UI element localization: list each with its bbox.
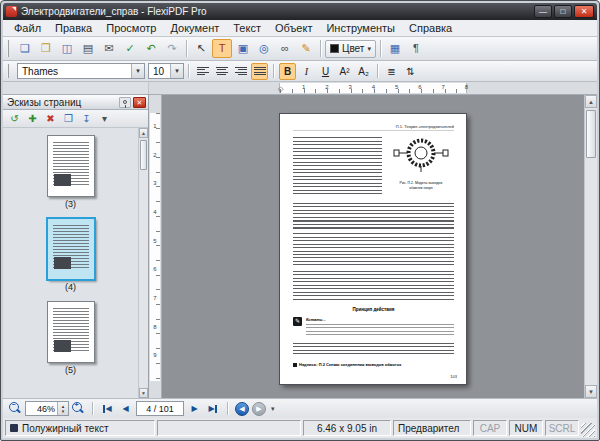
delete-page-button[interactable]: ✖	[42, 111, 59, 127]
new-document-button[interactable]: ❏	[15, 39, 35, 58]
thumbnail-image[interactable]	[47, 301, 95, 363]
scroll-down-button[interactable]: ▼	[139, 388, 148, 398]
menu-item[interactable]: Объект	[268, 21, 319, 35]
horizontal-ruler[interactable]: ◇ 12345678	[149, 82, 597, 94]
undo-button[interactable]: ↶	[141, 39, 161, 58]
vertical-ruler[interactable]: 123456789	[149, 95, 162, 398]
auto-hide-pin-button[interactable]	[119, 97, 131, 108]
minimize-button[interactable]: —	[534, 5, 552, 18]
close-button[interactable]: ✕	[574, 5, 594, 18]
scroll-up-button[interactable]: ▲	[585, 95, 597, 108]
history-forward-button[interactable]: ▶	[252, 402, 266, 416]
thumbnails-panel-header[interactable]: Эскизы страниц ✕	[3, 95, 148, 110]
scroll-down-button[interactable]: ▼	[585, 385, 597, 398]
horizontal-ruler-band[interactable]: ◇ 12345678	[279, 83, 467, 93]
first-page-button[interactable]: ◀	[100, 401, 115, 416]
zoom-level-select[interactable]: 46% ▴ ▾	[25, 401, 69, 416]
email-button[interactable]: ✉	[99, 39, 119, 58]
line-spacing-button[interactable]: ≣	[383, 63, 400, 80]
chevron-down-icon[interactable]: ▾	[170, 64, 183, 78]
menu-item[interactable]: Инструменты	[319, 21, 402, 35]
history-back-button[interactable]: ◀	[235, 402, 249, 416]
zoom-in-button[interactable]: +	[72, 402, 85, 415]
toolbar-separator	[377, 64, 378, 78]
scrollbar-thumb[interactable]	[140, 140, 147, 170]
scrollbar-thumb[interactable]	[586, 110, 596, 158]
scrollbar-track[interactable]	[139, 138, 148, 388]
select-tool-button[interactable]: ↖	[191, 39, 211, 58]
title-bar[interactable]: Электродвигатели_справ - FlexiPDF Pro — …	[3, 3, 597, 20]
menu-item[interactable]: Просмотр	[99, 21, 163, 35]
nav-options-icon[interactable]: ▾	[271, 405, 275, 413]
superscript-button[interactable]: A²	[336, 63, 353, 80]
page-thumbnail[interactable]: (3)	[47, 135, 95, 209]
link-tool-button[interactable]: ∞	[275, 39, 295, 58]
spinner-down-icon[interactable]: ▾	[62, 409, 65, 414]
thumbnail-image[interactable]	[47, 218, 95, 280]
note-pen-icon: ✎	[293, 317, 302, 326]
align-justify-button[interactable]	[251, 63, 268, 80]
chevron-down-icon[interactable]: ▾	[131, 64, 144, 78]
table-button[interactable]: ▦	[385, 39, 405, 58]
next-page-button[interactable]: ▶	[187, 401, 202, 416]
save-button[interactable]: ◫	[57, 39, 77, 58]
chevron-down-icon[interactable]: ▾	[367, 45, 371, 53]
page-thumbnail[interactable]: (5)	[47, 301, 95, 375]
menu-item[interactable]: Текст	[226, 21, 268, 35]
page-thumbnail[interactable]: (4)	[47, 218, 95, 292]
menu-item[interactable]: Файл	[7, 21, 48, 35]
maximize-button[interactable]: □	[554, 5, 572, 18]
highlight-tool-button[interactable]: ✎	[296, 39, 316, 58]
document-canvas[interactable]: П.1. Теория электродвигателей	[162, 95, 584, 398]
previous-page-button[interactable]: ◀	[118, 401, 133, 416]
add-page-button[interactable]: ✚	[24, 111, 41, 127]
zoom-out-icon: −	[10, 401, 17, 408]
align-center-button[interactable]	[213, 63, 230, 80]
align-right-button[interactable]	[232, 63, 249, 80]
pdf-page[interactable]: П.1. Теория электродвигателей	[279, 113, 467, 385]
scroll-up-button[interactable]: ▲	[139, 128, 148, 138]
thumbnail-image[interactable]	[47, 135, 95, 197]
align-left-button[interactable]	[194, 63, 211, 80]
scrollbar-track[interactable]	[585, 108, 597, 385]
last-page-button[interactable]: ▶	[205, 401, 220, 416]
toolbar-grip[interactable]	[7, 64, 11, 78]
export-page-button[interactable]: ↧	[78, 111, 95, 127]
app-icon	[6, 6, 17, 17]
page-options-button[interactable]: ▾	[96, 111, 113, 127]
font-family-select[interactable]: Thames ▾	[17, 63, 145, 79]
resize-grip[interactable]	[581, 423, 595, 437]
menu-item[interactable]: Правка	[48, 21, 99, 35]
color-button[interactable]: Цвет ▾	[325, 40, 376, 58]
redo-button[interactable]: ↷	[162, 39, 182, 58]
vertical-ruler-band[interactable]: 123456789	[150, 113, 160, 381]
menu-item[interactable]: Документ	[163, 21, 226, 35]
italic-button[interactable]: I	[298, 63, 315, 80]
zoom-spinner[interactable]: ▴ ▾	[57, 402, 68, 415]
underline-button[interactable]: U	[317, 63, 334, 80]
note-box: ✎ Кстати...	[293, 317, 454, 339]
bold-button[interactable]: B	[279, 63, 296, 80]
panel-close-button[interactable]: ✕	[133, 97, 146, 108]
print-button[interactable]: ▤	[78, 39, 98, 58]
char-spacing-button[interactable]: ⇅	[402, 63, 419, 80]
zoom-out-button[interactable]: −	[9, 402, 22, 415]
menu-item[interactable]: Справка	[402, 21, 459, 35]
toolbar-grip[interactable]	[7, 40, 11, 56]
duplicate-page-button[interactable]: ❐	[60, 111, 77, 127]
spellcheck-button[interactable]: ✓	[120, 39, 140, 58]
open-button[interactable]: ❒	[36, 39, 56, 58]
ruler-number: 1	[282, 83, 305, 93]
font-size-select[interactable]: 10 ▾	[148, 63, 184, 79]
subscript-button[interactable]: A₂	[355, 63, 372, 80]
rotate-page-button[interactable]: ↺	[6, 111, 23, 127]
thumbnails-scrollbar[interactable]: ▲ ▼	[138, 128, 148, 398]
image-tool-button[interactable]: ▣	[233, 39, 253, 58]
toolbar-button-icon: ↶	[146, 43, 155, 54]
caps-lock-indicator: CAP	[473, 420, 507, 436]
page-indicator[interactable]: 4 / 101	[136, 401, 184, 416]
paragraph-marks-button[interactable]: ¶	[406, 39, 426, 58]
vertical-scrollbar[interactable]: ▲ ▼	[584, 95, 597, 398]
zoom-tool-button[interactable]: ◎	[254, 39, 274, 58]
text-edit-tool-button[interactable]: T	[212, 39, 232, 58]
